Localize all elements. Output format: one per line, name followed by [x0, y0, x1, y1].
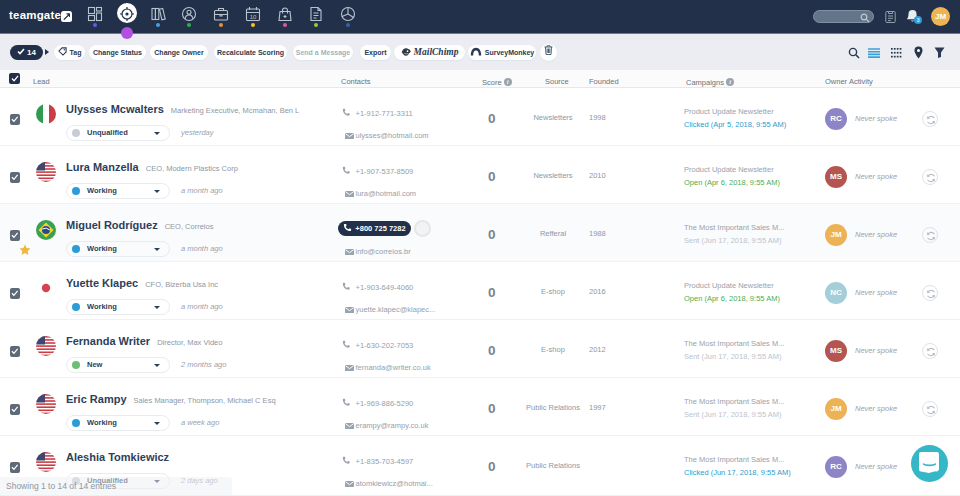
- svg-text:10: 10: [250, 14, 257, 20]
